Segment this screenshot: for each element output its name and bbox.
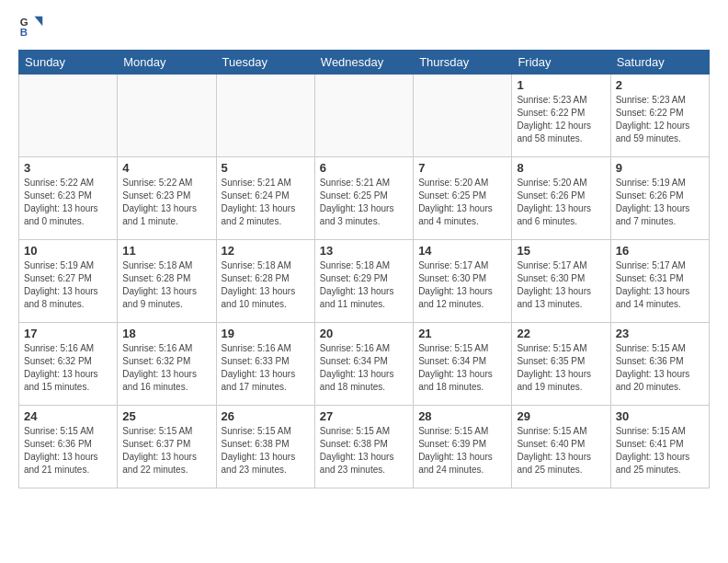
calendar-table: SundayMondayTuesdayWednesdayThursdayFrid… <box>18 50 710 488</box>
calendar-cell: 10Sunrise: 5:19 AM Sunset: 6:27 PM Dayli… <box>19 240 118 323</box>
day-info: Sunrise: 5:21 AM Sunset: 6:25 PM Dayligh… <box>320 177 408 228</box>
calendar-cell <box>314 75 413 157</box>
day-info: Sunrise: 5:20 AM Sunset: 6:25 PM Dayligh… <box>418 177 506 228</box>
calendar-cell: 16Sunrise: 5:17 AM Sunset: 6:31 PM Dayli… <box>610 240 709 323</box>
day-info: Sunrise: 5:15 AM Sunset: 6:37 PM Dayligh… <box>122 425 210 477</box>
calendar-cell <box>414 75 512 157</box>
svg-marker-3 <box>35 17 43 27</box>
calendar-cell <box>216 75 314 157</box>
weekday-header-sunday: Sunday <box>19 51 118 75</box>
day-info: Sunrise: 5:22 AM Sunset: 6:23 PM Dayligh… <box>122 177 210 228</box>
day-number: 4 <box>122 161 210 175</box>
day-info: Sunrise: 5:16 AM Sunset: 6:34 PM Dayligh… <box>320 342 408 394</box>
calendar-cell: 7Sunrise: 5:20 AM Sunset: 6:25 PM Daylig… <box>414 157 512 240</box>
day-info: Sunrise: 5:16 AM Sunset: 6:32 PM Dayligh… <box>122 342 210 394</box>
weekday-header-friday: Friday <box>512 51 610 75</box>
day-number: 10 <box>24 244 112 258</box>
day-number: 3 <box>24 161 112 175</box>
calendar-week-3: 17Sunrise: 5:16 AM Sunset: 6:32 PM Dayli… <box>19 323 710 406</box>
calendar-cell <box>118 75 216 157</box>
day-info: Sunrise: 5:18 AM Sunset: 6:29 PM Dayligh… <box>320 259 408 311</box>
calendar-cell: 20Sunrise: 5:16 AM Sunset: 6:34 PM Dayli… <box>314 323 413 406</box>
day-number: 7 <box>418 161 506 175</box>
day-info: Sunrise: 5:15 AM Sunset: 6:36 PM Dayligh… <box>616 342 704 394</box>
day-number: 14 <box>418 244 506 258</box>
calendar-week-4: 24Sunrise: 5:15 AM Sunset: 6:36 PM Dayli… <box>19 406 710 488</box>
day-number: 15 <box>517 244 605 258</box>
calendar-cell: 23Sunrise: 5:15 AM Sunset: 6:36 PM Dayli… <box>610 323 709 406</box>
day-info: Sunrise: 5:18 AM Sunset: 6:28 PM Dayligh… <box>122 259 210 311</box>
day-number: 9 <box>616 161 704 175</box>
calendar-cell: 11Sunrise: 5:18 AM Sunset: 6:28 PM Dayli… <box>118 240 216 323</box>
day-info: Sunrise: 5:21 AM Sunset: 6:24 PM Dayligh… <box>222 177 310 228</box>
day-number: 8 <box>517 161 605 175</box>
calendar-cell: 21Sunrise: 5:15 AM Sunset: 6:34 PM Dayli… <box>414 323 512 406</box>
day-number: 1 <box>517 78 605 92</box>
day-number: 22 <box>517 327 605 340</box>
calendar-body: 1Sunrise: 5:23 AM Sunset: 6:22 PM Daylig… <box>19 75 710 488</box>
calendar-cell: 4Sunrise: 5:22 AM Sunset: 6:23 PM Daylig… <box>118 157 216 240</box>
day-info: Sunrise: 5:16 AM Sunset: 6:33 PM Dayligh… <box>222 342 310 394</box>
day-info: Sunrise: 5:15 AM Sunset: 6:34 PM Dayligh… <box>418 342 506 394</box>
calendar-cell: 18Sunrise: 5:16 AM Sunset: 6:32 PM Dayli… <box>118 323 216 406</box>
day-number: 26 <box>222 409 310 423</box>
day-number: 13 <box>320 244 408 258</box>
day-info: Sunrise: 5:15 AM Sunset: 6:38 PM Dayligh… <box>222 425 310 477</box>
day-number: 24 <box>24 409 112 423</box>
day-info: Sunrise: 5:15 AM Sunset: 6:40 PM Dayligh… <box>517 425 605 477</box>
day-number: 21 <box>418 327 506 340</box>
day-info: Sunrise: 5:19 AM Sunset: 6:26 PM Dayligh… <box>616 177 704 228</box>
calendar-cell: 24Sunrise: 5:15 AM Sunset: 6:36 PM Dayli… <box>19 406 118 488</box>
day-number: 18 <box>122 327 210 340</box>
calendar-cell: 12Sunrise: 5:18 AM Sunset: 6:28 PM Dayli… <box>216 240 314 323</box>
weekday-header-wednesday: Wednesday <box>314 51 413 75</box>
calendar-cell: 26Sunrise: 5:15 AM Sunset: 6:38 PM Dayli… <box>216 406 314 488</box>
calendar-cell: 14Sunrise: 5:17 AM Sunset: 6:30 PM Dayli… <box>414 240 512 323</box>
weekday-header-saturday: Saturday <box>610 51 709 75</box>
weekday-header-row: SundayMondayTuesdayWednesdayThursdayFrid… <box>19 51 710 75</box>
calendar-cell: 30Sunrise: 5:15 AM Sunset: 6:41 PM Dayli… <box>610 406 709 488</box>
day-number: 19 <box>222 327 310 340</box>
calendar-cell: 15Sunrise: 5:17 AM Sunset: 6:30 PM Dayli… <box>512 240 610 323</box>
day-info: Sunrise: 5:17 AM Sunset: 6:30 PM Dayligh… <box>418 259 506 311</box>
calendar-cell: 28Sunrise: 5:15 AM Sunset: 6:39 PM Dayli… <box>414 406 512 488</box>
day-info: Sunrise: 5:17 AM Sunset: 6:31 PM Dayligh… <box>616 259 704 311</box>
calendar-cell: 25Sunrise: 5:15 AM Sunset: 6:37 PM Dayli… <box>118 406 216 488</box>
calendar-cell: 3Sunrise: 5:22 AM Sunset: 6:23 PM Daylig… <box>19 157 118 240</box>
day-number: 11 <box>122 244 210 258</box>
calendar-cell: 2Sunrise: 5:23 AM Sunset: 6:22 PM Daylig… <box>610 75 709 157</box>
calendar-cell: 13Sunrise: 5:18 AM Sunset: 6:29 PM Dayli… <box>314 240 413 323</box>
day-number: 16 <box>616 244 704 258</box>
svg-text:B: B <box>20 27 28 38</box>
day-info: Sunrise: 5:22 AM Sunset: 6:23 PM Dayligh… <box>24 177 112 228</box>
calendar-cell: 8Sunrise: 5:20 AM Sunset: 6:26 PM Daylig… <box>512 157 610 240</box>
day-info: Sunrise: 5:15 AM Sunset: 6:38 PM Dayligh… <box>320 425 408 477</box>
calendar-cell: 19Sunrise: 5:16 AM Sunset: 6:33 PM Dayli… <box>216 323 314 406</box>
day-info: Sunrise: 5:20 AM Sunset: 6:26 PM Dayligh… <box>517 177 605 228</box>
calendar-cell: 5Sunrise: 5:21 AM Sunset: 6:24 PM Daylig… <box>216 157 314 240</box>
calendar-cell: 6Sunrise: 5:21 AM Sunset: 6:25 PM Daylig… <box>314 157 413 240</box>
calendar-cell: 9Sunrise: 5:19 AM Sunset: 6:26 PM Daylig… <box>610 157 709 240</box>
day-info: Sunrise: 5:19 AM Sunset: 6:27 PM Dayligh… <box>24 259 112 311</box>
day-number: 23 <box>616 327 704 340</box>
logo: G B <box>18 15 50 40</box>
day-number: 17 <box>24 327 112 340</box>
day-number: 27 <box>320 409 408 423</box>
calendar-cell: 1Sunrise: 5:23 AM Sunset: 6:22 PM Daylig… <box>512 75 610 157</box>
day-number: 25 <box>122 409 210 423</box>
calendar-cell <box>19 75 118 157</box>
day-number: 28 <box>418 409 506 423</box>
weekday-header-monday: Monday <box>118 51 216 75</box>
calendar-week-0: 1Sunrise: 5:23 AM Sunset: 6:22 PM Daylig… <box>19 75 710 157</box>
weekday-header-thursday: Thursday <box>414 51 512 75</box>
day-info: Sunrise: 5:16 AM Sunset: 6:32 PM Dayligh… <box>24 342 112 394</box>
day-info: Sunrise: 5:15 AM Sunset: 6:41 PM Dayligh… <box>616 425 704 477</box>
day-info: Sunrise: 5:15 AM Sunset: 6:36 PM Dayligh… <box>24 425 112 477</box>
calendar-week-1: 3Sunrise: 5:22 AM Sunset: 6:23 PM Daylig… <box>19 157 710 240</box>
calendar-cell: 29Sunrise: 5:15 AM Sunset: 6:40 PM Dayli… <box>512 406 610 488</box>
calendar-cell: 27Sunrise: 5:15 AM Sunset: 6:38 PM Dayli… <box>314 406 413 488</box>
day-number: 20 <box>320 327 408 340</box>
day-number: 29 <box>517 409 605 423</box>
day-info: Sunrise: 5:23 AM Sunset: 6:22 PM Dayligh… <box>517 94 605 145</box>
day-info: Sunrise: 5:17 AM Sunset: 6:30 PM Dayligh… <box>517 259 605 311</box>
